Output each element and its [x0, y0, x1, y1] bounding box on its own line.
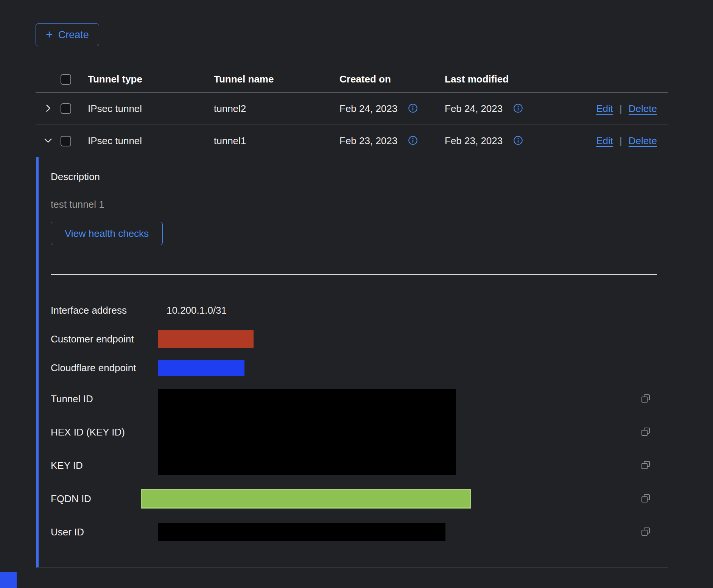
create-button-label: Create: [58, 29, 89, 41]
tunnel-id-label: Tunnel ID: [51, 393, 158, 405]
copy-icon: [640, 526, 651, 538]
key-id-label: KEY ID: [51, 460, 158, 471]
last-modified-cell: Feb 24, 2023: [445, 103, 503, 115]
tunnel-name-cell: tunnel1: [214, 135, 339, 147]
last-modified-info-button[interactable]: [513, 103, 523, 114]
create-button[interactable]: + Create: [36, 23, 99, 46]
tunnel-type-cell: IPsec tunnel: [88, 103, 214, 115]
copy-icon: [640, 493, 651, 505]
interface-address-row: Interface address 10.200.1.0/31: [51, 296, 657, 325]
table-row-tunnel2: IPsec tunnel tunnel2 Feb 24, 2023 Feb 24…: [36, 93, 668, 125]
expand-row-button[interactable]: [41, 101, 55, 116]
user-id-row: User ID: [51, 515, 657, 549]
action-separator: |: [620, 103, 622, 115]
tunnels-page: + Create Tunnel type Tunnel name Created…: [0, 0, 713, 588]
tunnel-ids-redacted-value: [158, 389, 456, 475]
interface-address-value: 10.200.1.0/31: [158, 305, 634, 316]
copy-fqdn-id-button[interactable]: [640, 493, 651, 505]
created-on-cell: Feb 24, 2023: [339, 103, 397, 115]
table-row-tunnel1: IPsec tunnel tunnel1 Feb 23, 2023 Feb 23…: [36, 125, 668, 157]
column-header-last-modified: Last modified: [445, 73, 564, 85]
edit-link[interactable]: Edit: [596, 103, 613, 115]
last-modified-info-button[interactable]: [513, 135, 523, 146]
fqdn-id-row: FQDN ID: [51, 482, 657, 515]
tunnel-type-cell: IPsec tunnel: [88, 135, 214, 147]
info-icon: [408, 135, 418, 146]
copy-icon: [640, 460, 651, 471]
row-checkbox[interactable]: [61, 136, 71, 146]
copy-tunnel-id-button[interactable]: [640, 393, 651, 405]
info-icon: [408, 103, 418, 114]
customer-endpoint-row: Customer endpoint: [51, 325, 657, 353]
user-id-label: User ID: [51, 526, 158, 538]
edit-link[interactable]: Edit: [596, 135, 613, 147]
row-checkbox[interactable]: [61, 103, 71, 114]
copy-hex-id-button[interactable]: [640, 426, 651, 438]
interface-address-label: Interface address: [51, 305, 158, 316]
info-icon: [513, 135, 523, 146]
column-header-tunnel-name: Tunnel name: [214, 73, 339, 85]
hex-id-label: HEX ID (KEY ID): [51, 426, 158, 438]
created-on-cell: Feb 23, 2023: [339, 135, 397, 147]
delete-link[interactable]: Delete: [629, 135, 657, 147]
copy-icon: [640, 393, 651, 405]
cloudflare-endpoint-redacted-value: [158, 360, 244, 376]
customer-endpoint-label: Customer endpoint: [51, 333, 158, 345]
fqdn-id-redacted-value: [141, 489, 471, 509]
delete-link[interactable]: Delete: [629, 103, 657, 115]
view-health-checks-button[interactable]: View health checks: [51, 222, 163, 245]
copy-icon: [640, 426, 651, 438]
column-header-created-on: Created on: [339, 73, 445, 85]
tunnel-detail-panel: Description test tunnel 1 View health ch…: [36, 157, 668, 568]
action-separator: |: [620, 135, 622, 147]
user-id-redacted-value: [158, 523, 445, 541]
description-label: Description: [51, 171, 657, 183]
created-on-info-button[interactable]: [408, 103, 418, 114]
column-header-tunnel-type: Tunnel type: [88, 73, 214, 85]
chevron-down-icon: [43, 135, 53, 147]
tunnels-table: Tunnel type Tunnel name Created on Last …: [36, 66, 668, 157]
description-value: test tunnel 1: [51, 199, 657, 210]
tunnel-ids-group: Tunnel ID HEX ID (KEY ID) KEY ID: [51, 382, 657, 482]
chevron-right-icon: [43, 103, 53, 115]
select-all-checkbox[interactable]: [61, 74, 71, 85]
customer-endpoint-redacted-value: [158, 330, 254, 348]
bottom-left-blue-shape: [0, 572, 17, 588]
tunnel-name-cell: tunnel2: [214, 103, 339, 115]
last-modified-cell: Feb 23, 2023: [445, 135, 503, 147]
copy-key-id-button[interactable]: [640, 460, 651, 471]
plus-icon: +: [46, 28, 53, 40]
table-header-row: Tunnel type Tunnel name Created on Last …: [36, 66, 668, 93]
cloudflare-endpoint-row: Cloudflare endpoint: [51, 353, 657, 382]
cloudflare-endpoint-label: Cloudflare endpoint: [51, 362, 158, 374]
section-divider: [51, 274, 657, 275]
copy-user-id-button[interactable]: [640, 526, 651, 538]
created-on-info-button[interactable]: [408, 135, 418, 146]
collapse-row-button[interactable]: [41, 134, 55, 148]
info-icon: [513, 103, 523, 114]
